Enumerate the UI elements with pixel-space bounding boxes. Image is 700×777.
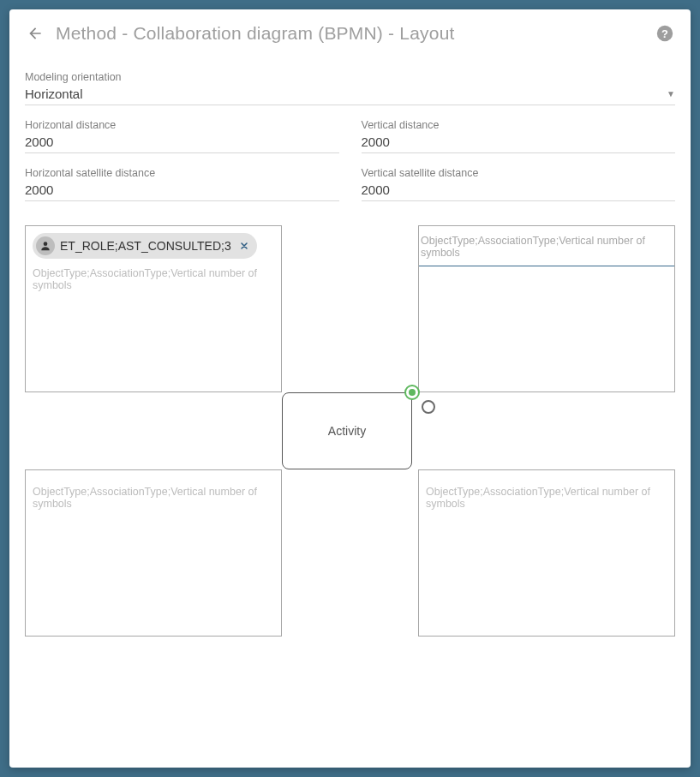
quadrant-placeholder[interactable]: ObjectType;AssociationType;Vertical numb… (419, 226, 674, 266)
hsat-value: 2000 (25, 182, 53, 197)
vdist-input[interactable]: 2000 (362, 133, 676, 153)
quadrant-bottom-left[interactable]: ObjectType;AssociationType;Vertical numb… (25, 469, 282, 637)
layout-editor-window: Method - Collaboration diagram (BPMN) - … (9, 9, 691, 768)
page-title: Method - Collaboration diagram (BPMN) - … (56, 23, 655, 44)
help-icon[interactable]: ? (655, 23, 675, 44)
activity-node[interactable]: Activity (282, 392, 412, 469)
hdist-label: Horizontal distance (25, 119, 339, 131)
quadrant-placeholder: ObjectType;AssociationType;Vertical numb… (33, 267, 274, 291)
chip-label: ET_ROLE;AST_CONSULTED;3 (60, 239, 231, 253)
back-arrow-icon[interactable] (25, 23, 45, 44)
quadrant-placeholder: ObjectType;AssociationType;Vertical numb… (33, 486, 274, 510)
marker-filled-circle-icon[interactable] (404, 385, 420, 400)
hsat-input[interactable]: 2000 (25, 181, 339, 201)
vertical-satellite-distance-field[interactable]: Vertical satellite distance 2000 (362, 153, 676, 201)
quadrant-bottom-right[interactable]: ObjectType;AssociationType;Vertical numb… (418, 469, 675, 637)
horizontal-satellite-distance-field[interactable]: Horizontal satellite distance 2000 (25, 153, 339, 201)
hsat-label: Horizontal satellite distance (25, 167, 339, 179)
role-chip[interactable]: ET_ROLE;AST_CONSULTED;3 (33, 233, 257, 259)
person-icon (36, 236, 55, 255)
vsat-value: 2000 (362, 182, 390, 197)
content-area: Modeling orientation Horizontal ▼ Horizo… (9, 57, 691, 652)
header-bar: Method - Collaboration diagram (BPMN) - … (9, 9, 691, 57)
orientation-label: Modeling orientation (25, 71, 675, 83)
dropdown-caret-icon: ▼ (667, 89, 675, 99)
quadrant-top-right[interactable]: ObjectType;AssociationType;Vertical numb… (418, 225, 675, 392)
orientation-field[interactable]: Modeling orientation Horizontal ▼ (25, 57, 675, 105)
satellite-layout-grid: ET_ROLE;AST_CONSULTED;3 ObjectType;Assoc… (25, 225, 675, 637)
quadrant-placeholder: ObjectType;AssociationType;Vertical numb… (426, 486, 667, 510)
quadrant-top-left[interactable]: ET_ROLE;AST_CONSULTED;3 ObjectType;Assoc… (25, 225, 282, 392)
chip-remove-icon[interactable] (236, 238, 252, 254)
marker-open-circle-icon[interactable] (422, 400, 435, 414)
vdist-label: Vertical distance (362, 119, 676, 131)
orientation-select[interactable]: Horizontal ▼ (25, 85, 675, 105)
vdist-value: 2000 (362, 134, 390, 149)
svg-text:?: ? (661, 27, 668, 40)
activity-label: Activity (328, 424, 366, 438)
horizontal-distance-field[interactable]: Horizontal distance 2000 (25, 105, 339, 153)
vsat-label: Vertical satellite distance (362, 167, 676, 179)
hdist-value: 2000 (25, 134, 53, 149)
orientation-value: Horizontal (25, 87, 83, 101)
vsat-input[interactable]: 2000 (362, 181, 676, 201)
hdist-input[interactable]: 2000 (25, 133, 339, 153)
svg-point-2 (44, 242, 48, 246)
vertical-distance-field[interactable]: Vertical distance 2000 (362, 105, 676, 153)
